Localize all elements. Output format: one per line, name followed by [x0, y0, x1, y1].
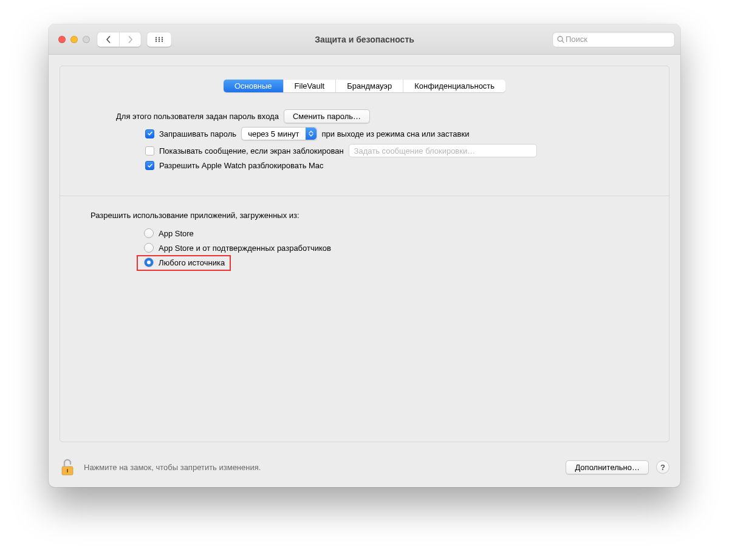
show-all-button[interactable] — [147, 32, 171, 47]
svg-point-3 — [156, 38, 157, 39]
zoom-icon — [83, 36, 90, 43]
password-set-label: Для этого пользователя задан пароль вход… — [116, 112, 279, 121]
window-controls — [58, 36, 90, 43]
svg-point-2 — [162, 36, 163, 38]
tab-privacy[interactable]: Конфиденциальность — [403, 80, 505, 92]
window-title: Защита и безопасность — [315, 35, 414, 44]
svg-point-6 — [156, 40, 157, 41]
section-divider — [60, 196, 669, 196]
apple-watch-checkbox[interactable] — [145, 161, 154, 170]
require-password-suffix: при выходе из режима сна или заставки — [322, 129, 470, 138]
search-input[interactable] — [564, 34, 670, 44]
stepper-icon — [306, 128, 317, 140]
content-area: Основные FileVault Брандмауэр Конфиденци… — [49, 55, 680, 452]
preferences-window: Защита и безопасность Основные FileVault… — [49, 24, 680, 487]
tab-filevault[interactable]: FileVault — [283, 80, 336, 92]
change-password-button[interactable]: Сменить пароль… — [284, 109, 370, 123]
login-options: Запрашивать пароль через 5 минут при вых… — [145, 127, 652, 170]
nav-segment — [97, 32, 141, 47]
svg-point-4 — [159, 38, 160, 39]
gatekeeper-heading: Разрешить использование приложений, загр… — [91, 211, 652, 220]
apple-watch-label: Разрешить Apple Watch разблокировать Mac — [159, 161, 324, 170]
panel: Основные FileVault Брандмауэр Конфиденци… — [60, 66, 669, 442]
svg-point-8 — [162, 40, 163, 41]
minimize-icon[interactable] — [70, 36, 78, 43]
forward-button[interactable] — [119, 32, 141, 47]
svg-rect-11 — [67, 469, 68, 473]
search-field[interactable] — [553, 32, 674, 47]
radio-app-store[interactable] — [144, 228, 154, 238]
require-password-label: Запрашивать пароль — [159, 129, 236, 138]
svg-point-5 — [162, 38, 163, 39]
titlebar: Защита и безопасность — [49, 24, 680, 55]
search-icon — [557, 36, 564, 43]
delay-value: через 5 минут — [248, 129, 299, 138]
require-password-checkbox[interactable] — [145, 129, 154, 138]
svg-point-7 — [159, 40, 160, 41]
footer: Нажмите на замок, чтобы запретить измене… — [49, 452, 680, 487]
lock-button[interactable] — [60, 458, 77, 476]
radio-identified[interactable] — [144, 243, 154, 253]
advanced-button[interactable]: Дополнительно… — [566, 460, 649, 474]
radio-app-store-label: App Store — [159, 229, 194, 238]
svg-line-10 — [562, 41, 564, 43]
help-button[interactable]: ? — [656, 460, 669, 474]
radio-anywhere-label: Любого источника — [159, 258, 225, 267]
close-icon[interactable] — [58, 36, 66, 43]
show-lock-message-checkbox[interactable] — [145, 146, 154, 155]
back-button[interactable] — [97, 32, 119, 47]
svg-point-1 — [159, 36, 160, 38]
radio-anywhere[interactable] — [144, 258, 154, 267]
radio-identified-label: App Store и от подтвержденных разработчи… — [159, 244, 331, 253]
show-lock-message-label: Показывать сообщение, если экран заблоки… — [159, 146, 344, 155]
unlocked-padlock-icon — [61, 458, 75, 476]
tab-bar: Основные FileVault Брандмауэр Конфиденци… — [77, 80, 652, 92]
gatekeeper-options: App Store App Store и от подтвержденных … — [144, 228, 652, 267]
set-lock-message-button: Задать сообщение блокировки… — [349, 144, 537, 157]
check-icon — [147, 163, 153, 169]
tab-firewall[interactable]: Брандмауэр — [335, 80, 403, 92]
tab-general[interactable]: Основные — [224, 80, 283, 92]
lock-hint-label: Нажмите на замок, чтобы запретить измене… — [84, 463, 261, 472]
check-icon — [147, 131, 153, 137]
svg-point-0 — [156, 36, 157, 38]
login-password-section: Для этого пользователя задан пароль вход… — [116, 109, 634, 123]
require-password-delay-select[interactable]: через 5 минут — [241, 127, 317, 140]
